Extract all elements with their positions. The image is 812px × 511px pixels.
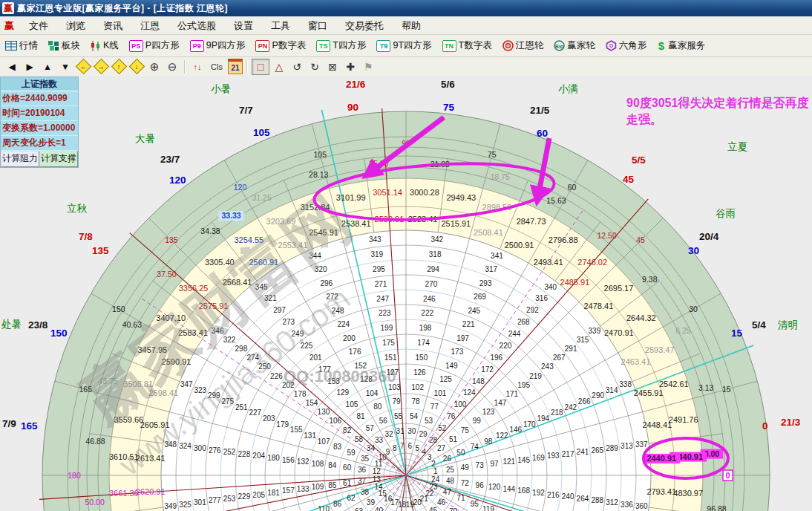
rect-tool-button[interactable]: □ bbox=[252, 59, 269, 75]
svg-text:2949.43: 2949.43 bbox=[446, 193, 476, 202]
svg-text:55: 55 bbox=[394, 412, 403, 420]
pointer-down-button[interactable]: ▼ bbox=[57, 59, 73, 74]
menu-item-8[interactable]: 交易委托 bbox=[336, 18, 393, 34]
svg-text:2485.91: 2485.91 bbox=[560, 278, 590, 287]
calendar-button[interactable]: 21 bbox=[228, 59, 243, 74]
toolbar-button-P四方形[interactable]: PSP四方形 bbox=[124, 38, 185, 53]
cls-button[interactable]: Cls bbox=[207, 59, 226, 74]
menu-item-7[interactable]: 窗口 bbox=[299, 18, 336, 34]
zoom-in-button[interactable]: ⊕ bbox=[146, 59, 163, 74]
xbox-tool-button[interactable]: ⊠ bbox=[324, 59, 341, 74]
svg-text:267: 267 bbox=[553, 354, 566, 362]
p-square-icon: PS bbox=[129, 40, 143, 52]
shift-down-button[interactable]: ↓ bbox=[128, 59, 145, 74]
svg-text:74: 74 bbox=[471, 443, 479, 451]
svg-text:85: 85 bbox=[328, 481, 337, 489]
toolbar-button-赢家轮[interactable]: Big赢家轮 bbox=[549, 38, 600, 53]
toolbar-button-T数字表[interactable]: TNT数字表 bbox=[437, 38, 497, 53]
triangle-tool-button[interactable]: △ bbox=[271, 59, 287, 74]
pointer-up-button[interactable]: ▲ bbox=[39, 59, 56, 74]
svg-text:2440.91: 2440.91 bbox=[646, 454, 676, 463]
svg-text:2470.91: 2470.91 bbox=[604, 328, 634, 337]
svg-text:135: 135 bbox=[92, 245, 109, 256]
rotate-cw-button[interactable]: ↻ bbox=[307, 59, 323, 74]
toolbar-button-赢家服务[interactable]: $赢家服务 bbox=[652, 38, 710, 53]
menu-item-5[interactable]: 设置 bbox=[225, 18, 262, 34]
svg-text:35: 35 bbox=[361, 455, 370, 463]
svg-text:15.63: 15.63 bbox=[546, 196, 566, 205]
svg-text:6: 6 bbox=[407, 442, 412, 450]
svg-text:228: 228 bbox=[238, 450, 251, 458]
svg-text:360: 360 bbox=[635, 502, 648, 510]
menu-item-3[interactable]: 江恩 bbox=[131, 18, 168, 34]
p9-square-icon: P9 bbox=[190, 40, 204, 52]
pin-tool-button[interactable]: ⚑ bbox=[360, 59, 376, 74]
svg-text:156: 156 bbox=[282, 456, 295, 464]
svg-text:7/7: 7/7 bbox=[239, 105, 253, 116]
menu-item-2[interactable]: 资讯 bbox=[94, 18, 131, 34]
svg-text:30: 30 bbox=[689, 305, 698, 313]
info-row-1: 时间=20190104 bbox=[1, 106, 78, 121]
app-logo-icon: 赢 bbox=[4, 19, 14, 33]
svg-text:80: 80 bbox=[373, 403, 382, 411]
shift-right-button[interactable]: → bbox=[93, 59, 109, 74]
calc-resistance-button[interactable]: 计算阻力 bbox=[1, 151, 39, 167]
toolbar-button-板块[interactable]: 板块 bbox=[43, 38, 85, 53]
toolbar-button-江恩轮[interactable]: 江恩轮 bbox=[497, 38, 549, 53]
rotate-ccw-button[interactable]: ↺ bbox=[289, 59, 305, 74]
svg-text:60: 60 bbox=[568, 183, 577, 192]
svg-text:3000.28: 3000.28 bbox=[410, 188, 439, 197]
svg-text:144: 144 bbox=[502, 485, 515, 493]
svg-text:229: 229 bbox=[238, 492, 251, 501]
shift-up-button[interactable]: ↑ bbox=[111, 59, 127, 74]
svg-text:3101.99: 3101.99 bbox=[336, 193, 366, 202]
menu-item-1[interactable]: 浏览 bbox=[57, 18, 94, 34]
zoom-out-button[interactable]: ⊖ bbox=[164, 59, 180, 74]
svg-text:31: 31 bbox=[396, 427, 405, 435]
svg-text:2620.91: 2620.91 bbox=[136, 487, 166, 496]
svg-text:小满: 小满 bbox=[558, 83, 578, 94]
toolbar-button-T四方形[interactable]: TST四方形 bbox=[311, 38, 371, 53]
updown-button[interactable]: ↑↓ bbox=[189, 59, 206, 74]
menu-item-0[interactable]: 文件 bbox=[20, 18, 57, 34]
svg-text:5/4: 5/4 bbox=[752, 319, 766, 331]
svg-text:2515.91: 2515.91 bbox=[441, 219, 471, 228]
svg-text:45: 45 bbox=[636, 235, 645, 244]
menu-item-6[interactable]: 工具 bbox=[262, 18, 299, 34]
next-button[interactable]: ▶ bbox=[22, 59, 38, 74]
svg-text:124: 124 bbox=[463, 388, 476, 397]
svg-text:150: 150 bbox=[416, 354, 428, 362]
svg-text:3661.36: 3661.36 bbox=[109, 489, 139, 498]
svg-text:84: 84 bbox=[328, 461, 337, 469]
app-logo-icon: 赢 bbox=[2, 2, 14, 14]
svg-text:170: 170 bbox=[523, 420, 536, 429]
svg-text:2793.41: 2793.41 bbox=[646, 487, 676, 496]
svg-text:37: 37 bbox=[358, 477, 367, 485]
svg-text:145: 145 bbox=[517, 456, 530, 464]
svg-text:15: 15 bbox=[722, 385, 731, 394]
svg-text:4: 4 bbox=[422, 448, 427, 456]
prev-button[interactable]: ◀ bbox=[4, 59, 20, 74]
svg-text:245: 245 bbox=[468, 307, 481, 315]
svg-text:77: 77 bbox=[430, 403, 439, 411]
toolbar-button-9T四方形[interactable]: T99T四方形 bbox=[371, 38, 436, 53]
shift-left-button[interactable]: ← bbox=[75, 59, 91, 74]
toolbar-button-9P四方形[interactable]: P99P四方形 bbox=[185, 38, 251, 53]
svg-text:99: 99 bbox=[473, 417, 482, 425]
svg-text:2478.41: 2478.41 bbox=[584, 302, 614, 310]
sector-blocks-icon bbox=[48, 41, 59, 51]
svg-text:313: 313 bbox=[621, 442, 633, 450]
toolbar-button-K线[interactable]: K线 bbox=[85, 38, 124, 53]
svg-text:110: 110 bbox=[318, 505, 330, 511]
calc-support-button[interactable]: 计算支撑 bbox=[39, 151, 78, 167]
gann-wheel-canvas: 0153045607590105120135150165180195210225… bbox=[0, 76, 812, 511]
menu-item-4[interactable]: 公式选股 bbox=[168, 18, 225, 34]
toolbar-button-行情[interactable]: 行情 bbox=[0, 38, 43, 53]
svg-text:126: 126 bbox=[413, 368, 426, 377]
main-toolbar: 行情板块K线PSP四方形P99P四方形PNP数字表TST四方形T99T四方形TN… bbox=[0, 35, 812, 57]
toolbar-button-六角形[interactable]: 六角形 bbox=[600, 38, 652, 53]
crosshair-tool-button[interactable]: ✚ bbox=[342, 59, 358, 74]
menu-item-9[interactable]: 帮助 bbox=[393, 18, 430, 34]
toolbar-button-P数字表[interactable]: PNP数字表 bbox=[250, 38, 311, 53]
svg-text:96: 96 bbox=[476, 481, 485, 489]
